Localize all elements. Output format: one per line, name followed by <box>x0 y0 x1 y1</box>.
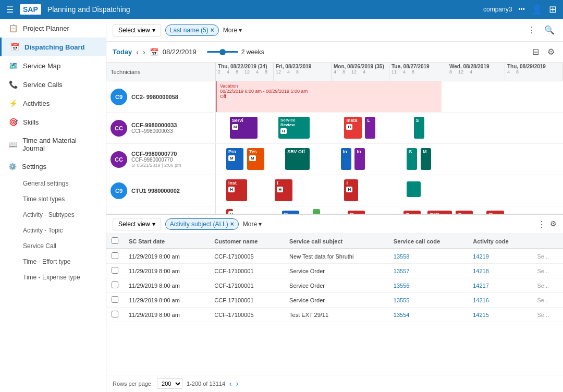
sidebar-item-activities[interactable]: ⚡ Activities <box>0 94 106 113</box>
date-nav: Today ‹ › 📅 08/22/2019 2 weeks ⊟ ⚙ <box>106 42 563 63</box>
activity-teal1[interactable] <box>407 181 421 197</box>
activity-servi[interactable]: Servi M <box>230 117 258 139</box>
activity-lz-in1[interactable]: In H <box>282 211 299 214</box>
row-checkbox-0[interactable] <box>106 249 124 264</box>
activity-lz-in4[interactable]: In H <box>456 211 473 214</box>
row-sc-code-4[interactable]: 13554 <box>388 308 468 322</box>
sidebar-sub-time-expense[interactable]: Time - Expense type <box>0 270 106 285</box>
sidebar-item-settings[interactable]: ⚙️ Settings <box>0 157 106 176</box>
search-button[interactable]: 🔍 <box>542 23 557 37</box>
activity-i-h3[interactable]: I H <box>344 179 358 201</box>
row-activity-code-0[interactable]: 14219 <box>468 249 532 264</box>
col-header-more <box>532 234 563 249</box>
activity-tes[interactable]: Tes M <box>247 148 264 170</box>
overflow-menu-button[interactable]: ⋮ <box>525 23 538 37</box>
row-sc-code-0[interactable]: 13558 <box>388 249 468 264</box>
row-checkbox-3[interactable] <box>106 293 124 308</box>
row-activity-code-3[interactable]: 14216 <box>468 293 532 308</box>
sidebar-item-time-material[interactable]: 📖 Time and Material Journal <box>0 131 106 157</box>
sidebar-item-dispatching-board[interactable]: 📅 Dispatching Board <box>0 38 106 56</box>
user-avatar-icon[interactable]: 👤 <box>531 4 543 15</box>
sidebar-sub-activity-subtypes[interactable]: Activity - Subtypes <box>0 207 106 223</box>
col-header-activity-code: Activity code <box>468 234 532 249</box>
activity-s1[interactable]: S <box>414 117 424 139</box>
select-view-button[interactable]: Select view ▾ <box>113 24 161 36</box>
sidebar-item-service-calls[interactable]: 📞 Service Calls <box>0 75 106 94</box>
sidebar-sub-activity-topic[interactable]: Activity - Topic <box>0 223 106 238</box>
activity-i-h2[interactable]: I H <box>275 179 292 201</box>
row-activity-code-4[interactable]: 14215 <box>468 308 532 322</box>
settings-panel-button[interactable]: ⚙ <box>545 45 557 59</box>
gantt-row-ccf770: CC CCF-9980000770 CCF-9980000770 ⊙ 05/21… <box>106 144 563 175</box>
row-customer-2: CCF-17100001 <box>209 278 284 293</box>
activity-pro[interactable]: Pro M <box>226 148 243 170</box>
prev-date-button[interactable]: ‹ <box>136 48 139 56</box>
activity-lz-in5[interactable]: In H <box>486 211 504 214</box>
table-row-1: 11/29/2019 8:00 am CCF-17100001 Service … <box>106 264 563 278</box>
duration-control[interactable]: 2 weeks <box>207 48 264 56</box>
sidebar-item-project-planner[interactable]: 📋 Project Planner <box>0 19 106 38</box>
activity-srv[interactable]: SRV Off <box>285 148 310 170</box>
row-sc-code-1[interactable]: 13557 <box>388 264 468 278</box>
sidebar-sub-time-slot[interactable]: Time slot types <box>0 191 106 207</box>
activity-m[interactable]: M <box>421 148 431 170</box>
row-customer-3: CCF-17100001 <box>209 293 284 308</box>
activity-lz-in2[interactable]: In H <box>348 211 365 214</box>
grid-icon[interactable]: ⊞ <box>549 4 557 15</box>
row-sc-code-2[interactable]: 13556 <box>388 278 468 293</box>
duration-slider[interactable] <box>207 51 238 53</box>
row-activity-code-2[interactable]: 14217 <box>468 278 532 293</box>
row-checkbox-4[interactable] <box>106 308 124 322</box>
timeline-ccf770[interactable]: Pro M Tes M SRV Off In <box>216 144 563 175</box>
service-gear-icon[interactable]: ⚙ <box>550 219 557 229</box>
filter-close-icon[interactable]: × <box>211 27 214 34</box>
activity-lz-1[interactable]: H <box>226 209 233 214</box>
activity-insta[interactable]: Insta H <box>344 117 361 139</box>
service-filter-tag[interactable]: Activity subject (ALL) × <box>165 218 239 230</box>
activity-lz-insta[interactable]: Insta Name H <box>427 211 452 214</box>
sidebar-sub-service-call[interactable]: Service Call <box>0 238 106 254</box>
row-subject-0: New Test data for Shruthi <box>284 249 388 264</box>
sidebar-sub-general-settings[interactable]: General settings <box>0 176 106 191</box>
avatar-lz: LZ <box>111 214 127 214</box>
service-filter-close-icon[interactable]: × <box>230 220 234 228</box>
sidebar-sub-time-effort[interactable]: Time - Effort type <box>0 254 106 270</box>
dispatch-filter-tag[interactable]: Last name (5) × <box>165 24 219 36</box>
timeline-ctu1[interactable]: Inst H I H I H <box>216 175 563 206</box>
duration-dot <box>219 49 226 55</box>
pagination-next[interactable]: › <box>236 379 239 388</box>
next-date-button[interactable]: › <box>143 48 145 56</box>
dispatch-more-button[interactable]: More ▾ <box>223 27 242 34</box>
activity-lz-green[interactable] <box>313 209 320 214</box>
split-view-button[interactable]: ⊟ <box>530 45 541 59</box>
rows-per-page-select[interactable]: 200 100 50 <box>157 378 182 389</box>
timeline-ccf33[interactable]: Servi M Service Review H Insta H <box>216 113 563 143</box>
activity-inst-h1[interactable]: Inst H <box>226 179 247 201</box>
timeline-lz[interactable]: H In H In H <box>216 206 563 214</box>
sidebar-item-service-map[interactable]: 🗺️ Service Map <box>0 56 106 75</box>
service-map-icon: 🗺️ <box>8 62 18 70</box>
row-sc-code-3[interactable]: 13555 <box>388 293 468 308</box>
activity-s2[interactable]: S <box>407 148 417 170</box>
gantt-row-cc2: C9 CC2- 9980000058 Vacation08/22/2019 6:… <box>106 81 563 113</box>
today-button[interactable]: Today <box>113 48 132 56</box>
row-checkbox-1[interactable] <box>106 264 124 278</box>
service-more-button[interactable]: More ▾ <box>243 220 262 228</box>
activity-lz-in3[interactable]: In H <box>403 211 421 214</box>
col-header-customer: Customer name <box>209 234 284 249</box>
activity-in2[interactable]: In <box>354 148 365 170</box>
service-select-view-button[interactable]: Select view ▾ <box>113 218 161 230</box>
row-activity-code-1[interactable]: 14218 <box>468 264 532 278</box>
sidebar-item-skills[interactable]: 🎯 Skills <box>0 113 106 131</box>
hamburger-icon[interactable]: ☰ <box>6 5 14 15</box>
activity-service-review[interactable]: Service Review H <box>278 117 310 139</box>
activity-l[interactable]: L <box>365 117 375 139</box>
activity-in1[interactable]: In <box>341 148 351 170</box>
service-dropdown-arrow: ▾ <box>152 220 155 228</box>
select-all-checkbox[interactable] <box>112 237 118 244</box>
row-checkbox-2[interactable] <box>106 278 124 293</box>
pagination-prev[interactable]: ‹ <box>229 379 232 388</box>
service-overflow-button[interactable]: ⋮ <box>537 219 546 229</box>
dots-icon[interactable]: ••• <box>518 6 525 13</box>
calendar-icon[interactable]: 📅 <box>150 48 158 56</box>
